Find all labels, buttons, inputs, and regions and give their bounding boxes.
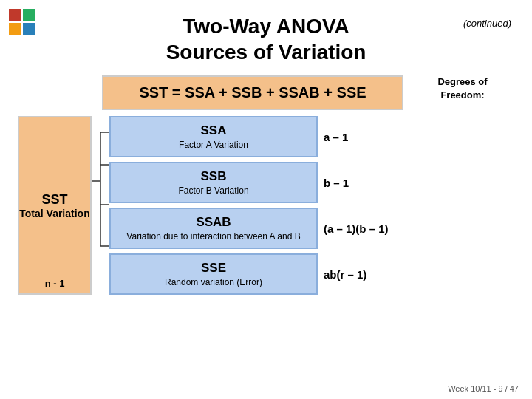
sse-dof: ab(r – 1) (324, 253, 514, 295)
content-row: SST Total Variation n - 1 (18, 116, 514, 295)
footer-text: Week 10/11 - 9 / 47 (448, 384, 519, 393)
sse-box: SSE Random variation (Error) (109, 253, 318, 295)
ssb-subtitle: Factor B Variation (118, 185, 309, 196)
ssa-title: SSA (118, 123, 309, 138)
ssa-dof: a – 1 (324, 116, 514, 157)
arrows-svg (92, 116, 109, 295)
ssb-title: SSB (118, 169, 309, 184)
footer: Week 10/11 - 9 / 47 (448, 384, 519, 393)
header: Two-Way ANOVA Sources of Variation (cont… (0, 0, 532, 65)
page-title: Two-Way ANOVA Sources of Variation (0, 13, 532, 65)
sse-subtitle: Random variation (Error) (118, 277, 309, 287)
page: Two-Way ANOVA Sources of Variation (cont… (0, 0, 532, 399)
ssb-row: SSB Factor B Variation b – 1 (109, 162, 514, 203)
ssb-dof: b – 1 (324, 162, 514, 203)
sst-n1-label: n - 1 (45, 278, 65, 289)
ssa-box: SSA Factor A Variation (109, 116, 318, 157)
ssab-title: SSAB (118, 215, 309, 230)
sst-equation: SST = SSA + SSB + SSAB + SSE (102, 75, 403, 110)
arrow-container (92, 116, 109, 295)
sst-label: SST (41, 192, 67, 208)
continued-label: (continued) (463, 18, 511, 29)
ssb-box: SSB Factor B Variation (109, 162, 318, 203)
ssa-subtitle: Factor A Variation (118, 140, 309, 150)
ssab-dof: (a – 1)(b – 1) (324, 208, 514, 249)
sst-subtitle: Total Variation (19, 208, 89, 219)
ssab-box: SSAB Variation due to interaction betwee… (109, 208, 318, 249)
dof-header: Degrees of Freedom: (411, 75, 514, 110)
ssa-row: SSA Factor A Variation a – 1 (109, 116, 514, 157)
main-area: SST = SSA + SSB + SSAB + SSE Degrees of … (0, 75, 532, 295)
sst-total-box: SST Total Variation n - 1 (18, 116, 92, 295)
sse-row: SSE Random variation (Error) ab(r – 1) (109, 253, 514, 295)
ssab-subtitle: Variation due to interaction between A a… (118, 231, 309, 242)
ssab-row: SSAB Variation due to interaction betwee… (109, 208, 514, 249)
sse-title: SSE (118, 261, 309, 276)
variations-column: SSA Factor A Variation a – 1 SSB Factor … (109, 116, 514, 295)
